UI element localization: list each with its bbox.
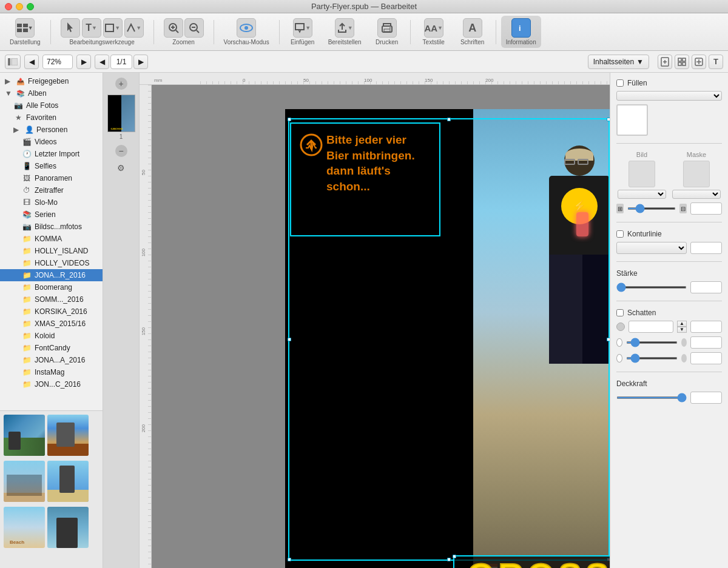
sidebar-item-bildschnapp[interactable]: 📷 Bildsc...mfotos: [0, 221, 103, 233]
prev-page-btn[interactable]: ◀: [24, 55, 39, 69]
schatten-range-1[interactable]: [626, 341, 678, 344]
pen-tool-icon[interactable]: ▼: [124, 18, 144, 38]
schatten-checkbox[interactable]: [616, 309, 624, 316]
text-area-box[interactable]: Bitte jeder vier Bier mitbringen. dann l…: [290, 122, 440, 236]
page-settings-btn[interactable]: ⚙: [115, 162, 127, 174]
sidebar-toggle-btn[interactable]: [5, 55, 21, 69]
sidebar-item-panoramen[interactable]: 🖼 Panoramen: [0, 172, 103, 184]
sidebar-item-korsika[interactable]: 📁 KORSIKA_2016: [0, 306, 103, 318]
sidebar-item-favoriten[interactable]: ★ Favoriten: [0, 112, 103, 124]
toolbar-bearbeitung[interactable]: T▼ ▼ ▼ Bearbeitungswerkzeuge: [56, 16, 149, 48]
schatten-input-1[interactable]: [629, 321, 673, 333]
text-tool-icon[interactable]: T▼: [82, 18, 101, 38]
fuellen-checkbox[interactable]: [616, 79, 624, 87]
sidebar-item-somm-2016[interactable]: 📁 SOMM..._2016: [0, 293, 103, 306]
textstyle-icon[interactable]: AA▼: [424, 18, 443, 38]
info-icon[interactable]: i: [511, 18, 531, 38]
doc-canvas[interactable]: ⚡: [152, 85, 610, 568]
canvas-area[interactable]: + GROSSE 1 − ⚙ mm 0 50 100 150 200: [103, 73, 610, 568]
thumb-2[interactable]: [47, 415, 89, 456]
font-icon[interactable]: A: [463, 18, 482, 38]
text-element-icon[interactable]: T: [709, 55, 723, 69]
maximize-button[interactable]: [27, 3, 34, 10]
inhaltsseiten-dropdown[interactable]: Inhaltsseiten ▼: [588, 55, 649, 69]
sidebar-item-xmas[interactable]: 📁 XMAS_2015/16: [0, 318, 103, 330]
next-page-nav-btn[interactable]: ▶: [133, 55, 148, 69]
sidebar-item-komma[interactable]: 📁 KOMMA: [0, 233, 103, 245]
add-page-btn[interactable]: +: [115, 78, 127, 90]
sidebar-item-jona-r-2016[interactable]: 📁 JONA...R_2016: [0, 269, 103, 281]
prev-page-nav-btn[interactable]: ◀: [95, 55, 109, 69]
sidebar-item-jona-c[interactable]: 📁 JON...C_2016: [0, 378, 103, 390]
toolbar-vorschau[interactable]: Vorschau-Modus: [219, 16, 274, 48]
toolbar-textstile[interactable]: AA▼ Textstile: [416, 16, 452, 48]
shape-tool-icon[interactable]: ▼: [103, 18, 123, 38]
print-icon[interactable]: [377, 18, 397, 38]
fuellen-select[interactable]: [616, 91, 722, 101]
sidebar-item-zeitraffer[interactable]: ⏱ Zeitraffer: [0, 184, 103, 196]
darstellung-icon[interactable]: ▼: [15, 18, 35, 38]
konturlinie-checkbox[interactable]: [616, 230, 624, 238]
minimize-button[interactable]: [16, 3, 23, 10]
toolbar-zoomen[interactable]: Zoomen: [159, 16, 209, 48]
cursor-tool-icon[interactable]: [61, 18, 80, 38]
schatten-input-2[interactable]: [690, 321, 722, 333]
sidebar-item-holly-videos[interactable]: 📁 HOLLY_VIDEOS: [0, 257, 103, 269]
remove-page-btn[interactable]: −: [115, 145, 127, 157]
sidebar-item-freigegeben[interactable]: ▶ 📤 Freigegeben: [0, 75, 103, 87]
sidebar-item-fontcandy[interactable]: 📁 FontCandy: [0, 342, 103, 354]
thumb-3[interactable]: [4, 461, 45, 502]
sidebar-item-videos[interactable]: 🎬 Videos: [0, 136, 103, 148]
maske-select[interactable]: [672, 190, 721, 199]
sidebar-item-alle-fotos[interactable]: 📷 Alle Fotos: [0, 99, 103, 112]
sidebar-item-instamag[interactable]: 📁 InstaMag: [0, 366, 103, 378]
add-element-icon[interactable]: [692, 55, 706, 69]
zoom-out-icon[interactable]: [184, 18, 204, 38]
sidebar-item-selfies[interactable]: 📱 Selfies: [0, 160, 103, 172]
zoom-in-icon[interactable]: [164, 18, 183, 38]
bild-select[interactable]: [618, 190, 666, 199]
stepper-up[interactable]: ▲: [677, 321, 687, 327]
sidebar-item-jona-a[interactable]: 📁 JONA...A_2016: [0, 354, 103, 366]
toolbar-darstellung[interactable]: ▼ Darstellung: [5, 16, 46, 48]
konturlinie-value[interactable]: [690, 242, 722, 254]
toolbar-schriften[interactable]: A Schriften: [454, 16, 491, 48]
stepper-down[interactable]: ▼: [677, 327, 687, 333]
bild-slider[interactable]: [627, 207, 676, 210]
sidebar-item-serien[interactable]: 📚 Serien: [0, 209, 103, 221]
sidebar-item-boomerang[interactable]: 📁 Boomerang: [0, 281, 103, 293]
schatten-value-3[interactable]: [690, 352, 722, 364]
new-page-icon[interactable]: [658, 55, 672, 69]
thumb-1[interactable]: [4, 415, 45, 456]
page-content[interactable]: ⚡: [285, 109, 610, 568]
preview-icon[interactable]: [237, 18, 256, 38]
next-page-btn[interactable]: ▶: [76, 55, 91, 69]
bottom-handle-tl[interactable]: [453, 555, 456, 558]
staerke-slider[interactable]: [616, 286, 687, 289]
sidebar-item-holly-island[interactable]: 📁 HOLLY_ISLAND: [0, 245, 103, 257]
grosse-box[interactable]: GROSSE: [453, 555, 610, 568]
maske-preview[interactable]: [683, 161, 710, 187]
color-swatch[interactable]: [616, 104, 648, 136]
toolbar-drucken[interactable]: Drucken: [369, 16, 405, 48]
toolbar-einfuegen[interactable]: ▼ Einfügen: [285, 16, 321, 48]
deckkraft-slider[interactable]: [616, 396, 687, 399]
staerke-value[interactable]: [690, 281, 722, 293]
bild-preview[interactable]: [629, 161, 655, 187]
thumb-6[interactable]: [47, 507, 89, 548]
share-icon[interactable]: ▼: [335, 18, 354, 38]
thumb-5[interactable]: Beach: [4, 507, 45, 548]
toolbar-bereitstellen[interactable]: ▼ Bereitstellen: [323, 16, 366, 48]
thumb-4[interactable]: [47, 461, 89, 502]
close-button[interactable]: [5, 3, 12, 10]
schatten-range-2[interactable]: [626, 357, 678, 359]
sidebar-item-slo-mo[interactable]: 🎞 Slo-Mo: [0, 196, 103, 209]
schatten-value-2[interactable]: [690, 336, 722, 349]
insert-icon[interactable]: ▼: [293, 18, 312, 38]
toolbar-information[interactable]: i Information: [501, 16, 541, 48]
deckkraft-value[interactable]: [690, 392, 722, 404]
sidebar-item-koloid[interactable]: 📁 Koloid: [0, 330, 103, 342]
page-thumb-1[interactable]: GROSSE 1: [107, 95, 135, 140]
layout-icon[interactable]: [675, 55, 689, 69]
sidebar-item-personen[interactable]: ▶ 👤 Personen: [0, 124, 103, 136]
